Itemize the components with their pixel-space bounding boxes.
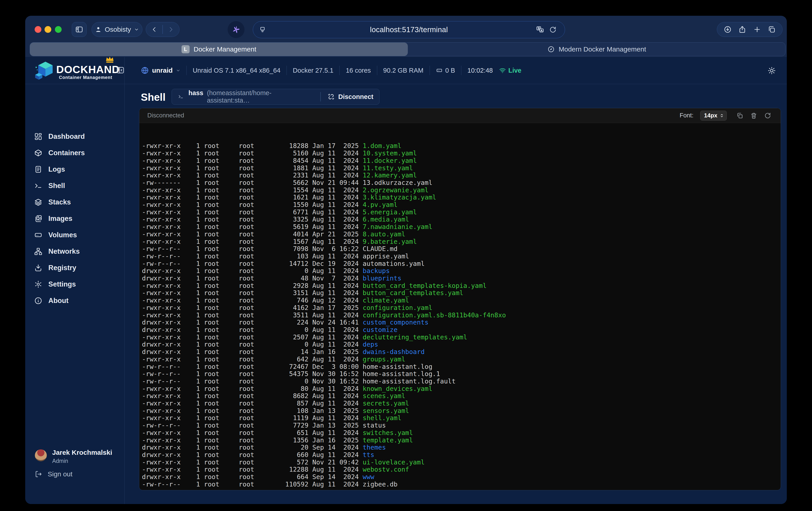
back-icon[interactable] [151,26,158,33]
tab-modern-docker-management[interactable]: Modern Docker Management [408,42,786,56]
terminal-line: -rwxr-xr-x 1 root root 108 Jan 13 2025 s… [142,407,779,415]
file-name: 11.docker.yaml [362,157,417,164]
sidebar-toggle-button[interactable] [72,22,87,37]
sidebar-item-dashboard[interactable]: Dashboard [30,128,120,145]
terminal-body[interactable]: -rwxr-xr-x 1 root root 18288 Jan 17 2025… [139,123,781,490]
sidebar-item-label: Volumes [48,231,77,239]
trash-icon[interactable] [750,112,757,119]
signout-button[interactable]: Sign out [35,470,72,478]
sidebar-item-about[interactable]: About [30,292,120,309]
sidebar-item-shell[interactable]: Shell [30,177,120,194]
sidebar-item-registry[interactable]: Registry [30,260,120,276]
terminal-panel: Disconnected Font: 14px -rwxr-xr-x 1 roo… [139,108,781,490]
profile-button[interactable]: Osobisty [91,22,142,37]
terminal-line: -rwxr-xr-x 1 root root 572 Nov 21 09:42 … [142,459,779,466]
session-select[interactable]: hass (homeassistant/home-assistant:sta… [188,89,314,104]
file-name: 10.system.yaml [362,149,417,157]
font-size-select[interactable]: 14px [700,111,727,121]
disk-value: 0 B [445,67,455,74]
registry-icon [34,264,42,272]
terminal-output: -rwxr-xr-x 1 root root 18288 Jan 17 2025… [142,142,779,488]
theme-toggle-icon[interactable] [767,66,776,75]
terminal-line: -rw-r--r-- 1 root root 103 Aug 11 2024 a… [142,252,779,260]
minimize-window-button[interactable] [45,26,51,33]
dockhand-logo [35,60,56,81]
copy-icon[interactable] [736,112,744,119]
person-icon [95,26,102,33]
stacks-icon [34,198,42,206]
history-nav [146,22,179,37]
globe-icon [141,66,149,74]
file-name: dwains-dashboard [362,348,425,356]
new-tab-icon[interactable] [753,25,761,33]
terminal-line: drwxr-xr-x 1 root root 0 Aug 11 2024 dep… [142,341,779,348]
terminal-icon [178,94,184,100]
terminal-line: -rwxr-xr-x 1 root root 5619 Aug 11 2024 … [142,223,779,231]
sidebar-item-stacks[interactable]: Stacks [30,194,120,210]
sidebar-item-logs[interactable]: Logs [30,161,120,177]
user-name: Jarek Krochmalski [52,449,112,456]
zoom-window-button[interactable] [55,26,62,33]
signout-label: Sign out [48,470,72,478]
file-name: backups [362,267,390,275]
collapse-sidebar-icon[interactable] [116,66,125,74]
info-divider [430,66,430,75]
signout-icon [35,470,42,478]
url-bar[interactable]: localhost:5173/terminal [253,21,565,38]
close-window-button[interactable] [35,26,41,33]
avatar[interactable] [35,449,47,461]
font-label: Font: [679,112,693,119]
updown-chevron-icon [719,113,724,118]
sidebar-item-volumes[interactable]: Volumes [30,227,120,243]
terminal-line: -rwxr-xr-x 1 root root 3325 Aug 11 2024 … [142,216,779,223]
forward-icon[interactable] [168,26,174,33]
file-name: custom_components [362,319,429,326]
file-name: ui-lovelace.yaml [362,458,425,466]
file-name: automations.yaml [362,260,425,267]
sidebar-item-networks[interactable]: Networks [30,243,120,260]
terminal-line: -rwxr-xr-x 1 root root 1119 Aug 11 2024 … [142,414,779,422]
info-divider [461,66,461,75]
compass-icon [548,46,555,53]
session-divider [320,92,321,101]
crown-icon [105,56,114,63]
file-name: 2.ogrzewanie.yaml [362,186,429,194]
refresh-icon[interactable] [764,112,771,119]
docker-version: Docker 27.5.1 [293,67,334,74]
chevron-down-icon [176,68,180,73]
terminal-line: -rw-r--r-- 1 root root 0 Nov 30 16:52 ho… [142,378,779,385]
file-name: 3.klimatyzacja.yaml [362,193,436,201]
session-detail: (homeassistant/home-assistant:sta… [207,89,314,104]
downloads-icon[interactable] [724,25,732,33]
terminal-line: -rwxr-xr-x 1 root root 1881 Aug 11 2024 … [142,164,779,172]
sidebar-item-settings[interactable]: Settings [30,276,120,292]
volumes-icon [34,231,42,239]
disconnect-button[interactable]: Disconnect [327,93,373,100]
sidebar-item-images[interactable]: Images [30,210,120,227]
wifi-icon [499,67,506,74]
tab-favicon-badge: L [181,45,190,53]
reload-icon[interactable] [549,26,557,33]
file-name: climate.yaml [362,296,409,304]
tab-overview-icon[interactable] [768,25,776,33]
header-divider [25,84,787,84]
terminal-line: -rwxr-xr-x 1 root root 857 Aug 11 2024 s… [142,400,779,407]
sidebar-item-label: Settings [48,280,76,288]
share-icon[interactable] [738,25,746,33]
terminal-line: -rwxr-xr-x 1 root root 642 Aug 11 2024 g… [142,356,779,363]
unlink-icon [327,93,335,100]
translate-icon[interactable] [536,26,544,34]
terminal-controls: Font: 14px [679,111,771,121]
sidebar-item-containers[interactable]: Containers [30,145,120,161]
os-version: Unraid OS 7.1 x86_64 x86_64 [193,67,281,74]
file-name: 7.nawadnianie.yaml [362,223,432,231]
terminal-line: -rwxr-xr-x 1 root root 1621 Aug 11 2024 … [142,194,779,201]
file-name: 6.media.yaml [362,215,409,223]
tab-docker-management[interactable]: L Docker Management [30,42,408,56]
extension-button[interactable] [228,21,244,38]
disconnect-label: Disconnect [338,93,373,100]
terminal-line: -rwxr-xr-x 1 root root 1550 Aug 11 2024 … [142,201,779,209]
terminal-line: -rwxr-xr-x 1 root root 8682 Aug 11 2024 … [142,392,779,400]
file-name: decluttering_templates.yaml [362,333,467,341]
host-selector[interactable]: unraid [141,66,180,74]
